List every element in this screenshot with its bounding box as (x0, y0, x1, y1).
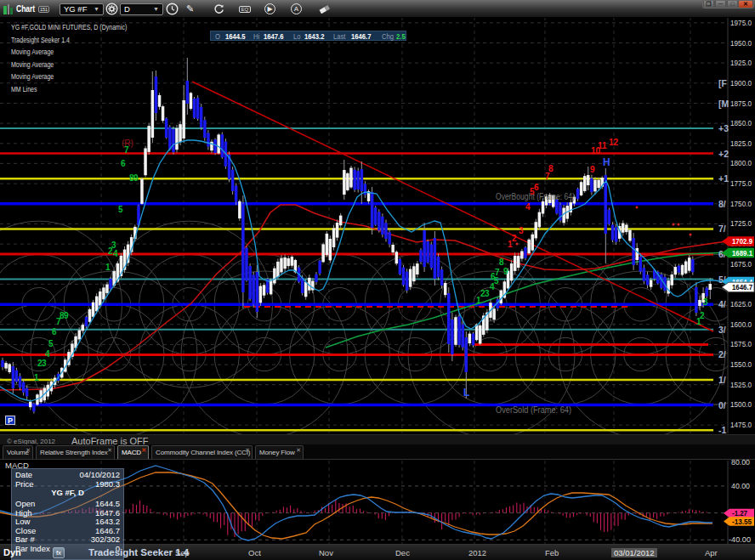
svg-text:40.00: 40.00 (731, 481, 750, 490)
svg-text:-40.00: -40.00 (729, 535, 751, 544)
svg-text:-1.27: -1.27 (732, 509, 747, 518)
svg-text:-13.55: -13.55 (732, 518, 752, 526)
